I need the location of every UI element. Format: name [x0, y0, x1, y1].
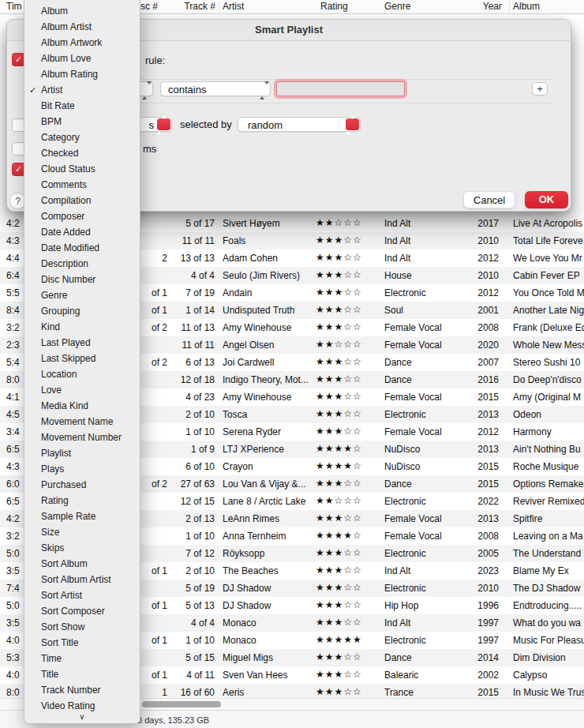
menu-item-title[interactable]: Title: [24, 666, 140, 682]
cell-artist: Anna Ternheim: [223, 531, 314, 542]
menu-item-cloud-status[interactable]: Cloud Status: [24, 161, 140, 177]
stepper-arrows-icon: [346, 118, 359, 130]
column-header-time[interactable]: Tim: [6, 1, 22, 12]
cell-year: 2015: [442, 392, 499, 403]
menu-item-sort-title[interactable]: Sort Title: [24, 635, 140, 651]
column-header-track[interactable]: Track #: [168, 1, 215, 12]
menu-item-sort-artist[interactable]: Sort Artist: [24, 587, 140, 603]
column-header-genre[interactable]: Genre: [384, 1, 410, 12]
cell-artist: Angel Olsen: [223, 340, 314, 351]
menu-item-compilation[interactable]: Compilation: [24, 193, 140, 208]
cell-track-number: 1 of 10: [167, 531, 215, 542]
menu-item-description[interactable]: Description: [24, 256, 140, 272]
menu-item-composer[interactable]: Composer: [24, 208, 140, 224]
menu-item-album-artist[interactable]: Album Artist: [24, 19, 140, 35]
scroll-more-chevron-icon[interactable]: ∨: [24, 712, 140, 722]
menu-item-size[interactable]: Size: [24, 524, 140, 540]
cell-year: 2012: [442, 253, 499, 264]
menu-item-movement-name[interactable]: Movement Name: [24, 414, 140, 430]
cell-year: 1996: [442, 600, 499, 611]
cell-year: 2020: [442, 340, 499, 351]
menu-item-sort-composer[interactable]: Sort Composer: [24, 603, 140, 619]
cell-track-number: 4 of 23: [167, 392, 215, 403]
menu-item-sort-album[interactable]: Sort Album: [24, 556, 140, 572]
menu-item-location[interactable]: Location: [24, 366, 140, 382]
menu-item-movement-number[interactable]: Movement Number: [24, 430, 140, 445]
cell-track-number: 2 of 13: [167, 513, 215, 524]
cell-rating-stars: ★★★☆☆: [316, 669, 384, 680]
cell-time: 5:5: [6, 287, 24, 298]
menu-item-album[interactable]: Album: [24, 3, 140, 19]
cell-artist: Indigo Theory, Mot...: [223, 374, 314, 385]
menu-item-album-love[interactable]: Album Love: [24, 51, 140, 66]
add-rule-button[interactable]: +: [532, 82, 548, 96]
cell-rating-stars: ★★★☆☆: [316, 478, 384, 489]
menu-item-disc-number[interactable]: Disc Number: [24, 272, 140, 287]
ok-button[interactable]: OK: [525, 191, 568, 208]
cell-track-number: 5 of 15: [167, 652, 215, 663]
horizontal-scrollbar-thumb[interactable]: [142, 701, 221, 707]
menu-item-rating[interactable]: Rating: [24, 493, 140, 508]
menu-item-sort-show[interactable]: Sort Show: [24, 619, 140, 635]
menu-item-date-added[interactable]: Date Added: [24, 224, 140, 240]
cell-year: 2012: [442, 287, 499, 298]
menu-item-category[interactable]: Category: [24, 129, 140, 145]
menu-item-love[interactable]: Love: [24, 382, 140, 398]
cell-artist: LTJ XPerience: [223, 444, 314, 455]
column-header-year[interactable]: Year: [442, 1, 502, 12]
menu-item-album-artwork[interactable]: Album Artwork: [24, 35, 140, 51]
menu-item-playlist[interactable]: Playlist: [24, 445, 140, 461]
cell-track-number: 1 of 10: [167, 426, 215, 437]
menu-item-kind[interactable]: Kind: [24, 319, 140, 335]
column-header-disc[interactable]: sc #: [140, 1, 158, 12]
menu-item-label: Date Added: [41, 227, 91, 238]
column-header-album[interactable]: Album: [513, 1, 540, 12]
menu-item-bpm[interactable]: BPM: [24, 114, 140, 129]
menu-item-genre[interactable]: Genre: [24, 287, 140, 303]
menu-item-sample-rate[interactable]: Sample Rate: [24, 508, 140, 524]
cell-rating-stars: ★★★☆☆: [316, 269, 384, 280]
menu-item-plays[interactable]: Plays: [24, 461, 140, 477]
cell-track-number: 4 of 11: [167, 670, 215, 681]
menu-item-label: BPM: [41, 116, 62, 127]
menu-item-bit-rate[interactable]: Bit Rate: [24, 98, 140, 114]
selected-by-label: selected by: [180, 118, 232, 130]
rule-value-input[interactable]: [276, 81, 405, 96]
cell-track-number: 5 of 13: [167, 600, 215, 611]
menu-item-date-modified[interactable]: Date Modified: [24, 240, 140, 256]
menu-item-time[interactable]: Time: [24, 651, 140, 666]
menu-item-track-number[interactable]: Track Number: [24, 682, 140, 698]
menu-item-artist[interactable]: ✓Artist: [24, 82, 140, 98]
menu-item-sort-album-artist[interactable]: Sort Album Artist: [24, 572, 140, 587]
checkmark-icon: ✓: [13, 54, 24, 66]
menu-item-grouping[interactable]: Grouping: [24, 303, 140, 319]
cell-track-number: 11 of 13: [167, 322, 215, 333]
cell-track-number: 12 of 15: [167, 496, 215, 507]
menu-item-label: Sort Title: [41, 637, 78, 648]
menu-item-last-played[interactable]: Last Played: [24, 335, 140, 351]
cell-artist: Crayon: [223, 461, 314, 472]
checkmark-icon: ✓: [13, 163, 24, 175]
cancel-button[interactable]: Cancel: [463, 191, 515, 208]
column-header-artist[interactable]: Artist: [223, 1, 244, 12]
cell-album: Calypso: [513, 670, 584, 681]
cell-rating-stars: ★★★★★: [316, 634, 384, 645]
cell-year: 2012: [442, 426, 499, 437]
menu-item-skips[interactable]: Skips: [24, 540, 140, 556]
menu-item-checked[interactable]: Checked: [24, 145, 140, 161]
menu-item-purchased[interactable]: Purchased: [24, 477, 140, 493]
selected-by-popup[interactable]: random: [238, 117, 361, 132]
cell-artist: Monaco: [223, 635, 314, 646]
rule-operator-popup[interactable]: contains: [160, 81, 271, 96]
cell-album: Amy (Original M: [513, 392, 584, 403]
menu-item-comments[interactable]: Comments: [24, 177, 140, 193]
menu-item-album-rating[interactable]: Album Rating: [24, 66, 140, 82]
menu-item-label: Compilation: [41, 195, 91, 206]
cell-track-number: 11 of 11: [167, 235, 215, 246]
library-summary: 3 days, 135.23 GB: [137, 715, 209, 725]
cell-artist: Röyksopp: [223, 548, 314, 559]
menu-item-media-kind[interactable]: Media Kind: [24, 398, 140, 414]
menu-item-video-rating[interactable]: Video Rating: [24, 698, 140, 714]
menu-item-last-skipped[interactable]: Last Skipped: [24, 351, 140, 366]
column-header-rating[interactable]: Rating: [320, 1, 348, 12]
